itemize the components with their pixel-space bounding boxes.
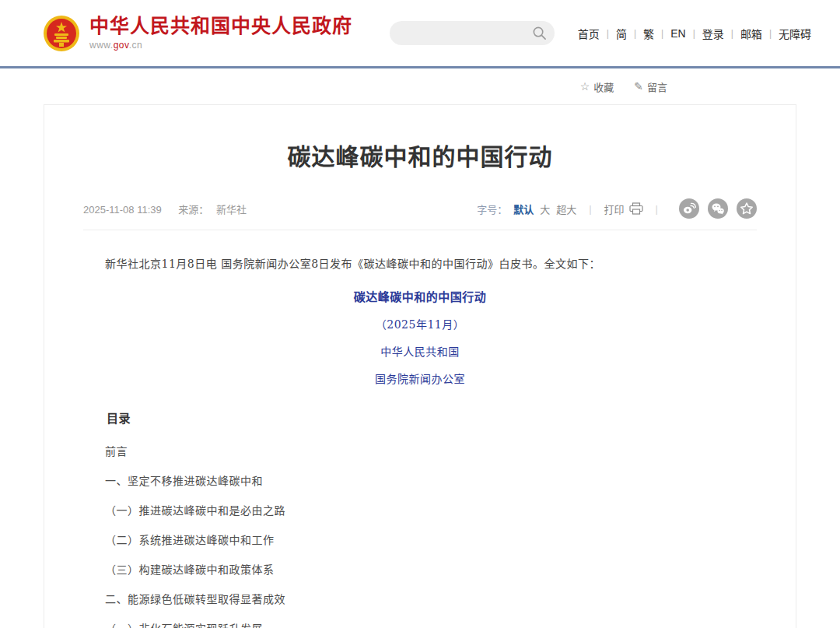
nav-link-traditional[interactable]: 繁 bbox=[642, 26, 656, 41]
font-size-default[interactable]: 默认 bbox=[513, 202, 534, 216]
wechat-icon bbox=[711, 202, 725, 216]
nav-link-login[interactable]: 登录 bbox=[701, 26, 726, 41]
search-icon[interactable] bbox=[532, 26, 547, 40]
share-group bbox=[670, 198, 757, 219]
site-logo[interactable]: 中华人民共和国中央人民政府 www.gov.cn bbox=[43, 15, 352, 52]
doc-title: 碳达峰碳中和的中国行动 bbox=[83, 288, 757, 304]
nav-link-simplified[interactable]: 简 bbox=[614, 26, 628, 41]
font-size-label: 字号： bbox=[477, 202, 507, 216]
header-right: 首页 | 简 | 繁 | EN | 登录 | 邮箱 | 无障碍 bbox=[390, 21, 813, 45]
print-label: 打印 bbox=[604, 202, 625, 216]
pencil-icon: ✎ bbox=[634, 80, 643, 93]
article-container: 碳达峰碳中和的中国行动 2025-11-08 11:39 来源： 新华社 字号：… bbox=[44, 104, 796, 628]
lead-paragraph: 新华社北京11月8日电 国务院新闻办公室8日发布《碳达峰碳中和的中国行动》白皮书… bbox=[83, 255, 757, 271]
site-url: www.gov.cn bbox=[89, 40, 352, 51]
toc-item-section2-1: （一）非化石能源实现跃升发展 bbox=[83, 623, 757, 628]
share-weibo-button[interactable] bbox=[679, 198, 699, 219]
action-row: ☆ 收藏 ✎ 留言 bbox=[0, 68, 840, 104]
meta-row: 2025-11-08 11:39 来源： 新华社 字号： 默认 大 超大 | 打… bbox=[83, 198, 757, 230]
article-date: 2025-11-08 11:39 bbox=[83, 204, 162, 216]
search-input[interactable] bbox=[390, 21, 555, 45]
share-qzone-button[interactable] bbox=[737, 198, 757, 219]
comment-button[interactable]: ✎ 留言 bbox=[634, 79, 667, 94]
brand-text: 中华人民共和国中央人民政府 www.gov.cn bbox=[89, 16, 352, 51]
nav-link-english[interactable]: EN bbox=[669, 27, 687, 40]
weibo-icon bbox=[682, 202, 696, 216]
nav-link-home[interactable]: 首页 bbox=[576, 26, 601, 41]
nav-link-accessibility[interactable]: 无障碍 bbox=[777, 26, 813, 41]
print-button[interactable]: 打印 bbox=[604, 202, 643, 216]
doc-author-line1: 中华人民共和国 bbox=[83, 343, 757, 359]
share-wechat-button[interactable] bbox=[708, 198, 728, 219]
site-title: 中华人民共和国中央人民政府 bbox=[89, 16, 352, 37]
article-source[interactable]: 新华社 bbox=[216, 204, 247, 216]
site-header: 中华人民共和国中央人民政府 www.gov.cn 首页 | 简 | 繁 | EN… bbox=[0, 0, 840, 66]
favorite-label: 收藏 bbox=[593, 79, 614, 94]
page-title: 碳达峰碳中和的中国行动 bbox=[83, 138, 757, 172]
font-size-large[interactable]: 大 bbox=[540, 202, 550, 216]
search-box[interactable] bbox=[390, 21, 555, 45]
printer-icon bbox=[629, 202, 643, 215]
comment-label: 留言 bbox=[647, 79, 667, 94]
star-icon: ☆ bbox=[580, 80, 590, 93]
toc-item-section2: 二、能源绿色低碳转型取得显著成效 bbox=[83, 594, 757, 605]
article-body: 新华社北京11月8日电 国务院新闻办公室8日发布《碳达峰碳中和的中国行动》白皮书… bbox=[83, 255, 757, 628]
toc-item-section1-2: （二）系统推进碳达峰碳中和工作 bbox=[83, 535, 757, 546]
toc-item-section1-1: （一）推进碳达峰碳中和是必由之路 bbox=[83, 505, 757, 516]
doc-subtitle: （2025年11月） bbox=[83, 316, 757, 332]
article-toolbar: 字号： 默认 大 超大 | 打印 | bbox=[477, 198, 757, 219]
top-nav: 首页 | 简 | 繁 | EN | 登录 | 邮箱 | 无障碍 bbox=[576, 26, 813, 41]
toc-item-section1: 一、坚定不移推进碳达峰碳中和 bbox=[83, 475, 757, 486]
source-label: 来源： bbox=[178, 204, 208, 216]
national-emblem-icon bbox=[43, 15, 80, 52]
doc-author-line2: 国务院新闻办公室 bbox=[83, 370, 757, 386]
toc-heading: 目录 bbox=[83, 409, 757, 426]
font-size-xlarge[interactable]: 超大 bbox=[556, 202, 576, 216]
nav-link-mail[interactable]: 邮箱 bbox=[739, 26, 764, 41]
article-meta: 2025-11-08 11:39 来源： 新华社 bbox=[83, 202, 251, 216]
favorite-button[interactable]: ☆ 收藏 bbox=[580, 79, 614, 94]
toc-item-preface: 前言 bbox=[83, 446, 757, 457]
toc-item-section1-3: （三）构建碳达峰碳中和政策体系 bbox=[83, 564, 757, 575]
qzone-star-icon bbox=[740, 202, 754, 216]
